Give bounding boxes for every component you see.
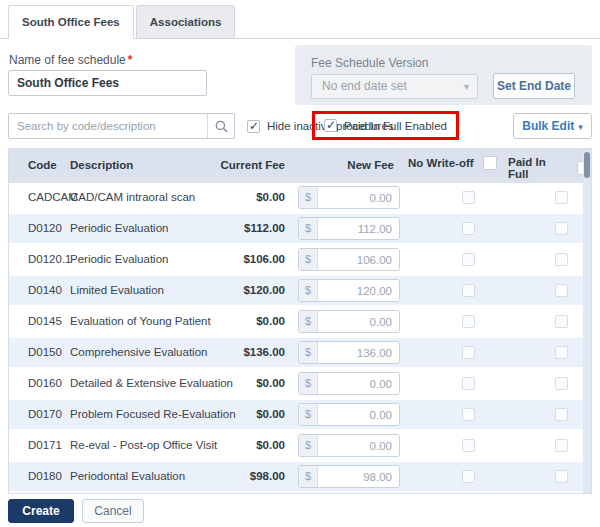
dollar-prefix: $ — [299, 435, 318, 456]
new-fee-input[interactable] — [318, 249, 399, 270]
fee-table: Code Description Current Fee New Fee No … — [8, 148, 592, 494]
new-fee-input[interactable] — [318, 342, 399, 363]
new-fee-input-group: $ — [298, 279, 400, 302]
name-field-label-text: Name of fee schedule — [9, 53, 126, 67]
version-panel-label: Fee Schedule Version — [311, 56, 428, 70]
current-fee-cell: $120.00 — [179, 284, 285, 296]
paid-in-full-header-label: Paid In Full — [508, 156, 568, 180]
new-fee-input[interactable] — [318, 404, 399, 425]
new-fee-input[interactable] — [318, 466, 399, 487]
table-row: D0120.1 Periodic Evaluation $106.00 $ — [9, 245, 591, 274]
table-row: D0180 Periodontal Evaluation $98.00 $ — [9, 462, 591, 491]
dollar-prefix: $ — [299, 280, 318, 301]
no-writeoff-row-checkbox[interactable] — [462, 191, 475, 204]
column-header-description: Description — [70, 159, 133, 171]
new-fee-input[interactable] — [318, 187, 399, 208]
current-fee-cell: $0.00 — [179, 439, 285, 451]
procedure-code-cell: D0140 — [28, 284, 62, 296]
procedure-code-cell: D0120 — [28, 222, 62, 234]
set-end-date-button[interactable]: Set End Date — [493, 73, 575, 99]
new-fee-input[interactable] — [318, 280, 399, 301]
new-fee-input-group: $ — [298, 248, 400, 271]
fee-schedule-name-input[interactable] — [8, 70, 207, 96]
table-row: D0140 Limited Evaluation $120.00 $ — [9, 276, 591, 305]
paid-in-full-row-checkbox[interactable] — [555, 253, 568, 266]
procedure-code-cell: D0170 — [28, 408, 62, 420]
no-writeoff-row-checkbox[interactable] — [462, 346, 475, 359]
table-row: D0170 Problem Focused Re-Evaluation $0.0… — [9, 400, 591, 429]
paid-in-full-enabled-group-highlighted: Paid In Full Enabled — [312, 111, 459, 140]
new-fee-input[interactable] — [318, 373, 399, 394]
dollar-prefix: $ — [299, 373, 318, 394]
search-input[interactable] — [9, 114, 207, 138]
required-asterisk: * — [128, 53, 133, 67]
new-fee-input-group: $ — [298, 465, 400, 488]
no-writeoff-row-checkbox[interactable] — [462, 222, 475, 235]
no-writeoff-row-checkbox[interactable] — [462, 439, 475, 452]
new-fee-input-group: $ — [298, 403, 400, 426]
bulk-edit-button[interactable]: Bulk Edit▾ — [513, 113, 592, 139]
table-row: D0150 Comprehensive Evaluation $136.00 $ — [9, 338, 591, 367]
paid-in-full-row-checkbox[interactable] — [555, 315, 568, 328]
chevron-down-icon: ▾ — [578, 122, 583, 132]
dollar-prefix: $ — [299, 404, 318, 425]
procedure-code-cell: D0150 — [28, 346, 62, 358]
bulk-edit-label: Bulk Edit — [522, 119, 574, 133]
new-fee-input-group: $ — [298, 186, 400, 209]
procedure-code-cell: D0180 — [28, 470, 62, 482]
new-fee-input[interactable] — [318, 311, 399, 332]
procedure-code-cell: D0120.1 — [28, 253, 71, 265]
fee-schedule-version-select[interactable]: No end date set ▾ — [311, 74, 478, 99]
new-fee-input[interactable] — [318, 435, 399, 456]
tab-bar: South Office Fees Associations — [0, 5, 600, 39]
no-writeoff-row-checkbox[interactable] — [462, 470, 475, 483]
procedure-code-cell: D0171 — [28, 439, 62, 451]
create-button[interactable]: Create — [8, 499, 74, 523]
paid-in-full-row-checkbox[interactable] — [555, 377, 568, 390]
no-writeoff-row-checkbox[interactable] — [462, 315, 475, 328]
no-writeoff-select-all-checkbox[interactable] — [483, 156, 497, 170]
no-writeoff-row-checkbox[interactable] — [462, 284, 475, 297]
procedure-code-cell: D0160 — [28, 377, 62, 389]
current-fee-cell: $0.00 — [179, 377, 285, 389]
paid-in-full-row-checkbox[interactable] — [555, 470, 568, 483]
new-fee-input-group: $ — [298, 372, 400, 395]
no-writeoff-row-checkbox[interactable] — [462, 253, 475, 266]
procedure-description-cell: CAD/CAM intraoral scan — [70, 191, 195, 203]
search-icon[interactable] — [207, 114, 234, 138]
table-row: CADCAM CAD/CAM intraoral scan $0.00 $ — [9, 183, 591, 212]
tab-south-office-fees[interactable]: South Office Fees — [8, 5, 134, 39]
current-fee-cell: $136.00 — [179, 346, 285, 358]
procedure-description-cell: Periodic Evaluation — [70, 222, 168, 234]
paid-in-full-row-checkbox[interactable] — [555, 222, 568, 235]
new-fee-input[interactable] — [318, 218, 399, 239]
paid-in-full-row-checkbox[interactable] — [555, 408, 568, 421]
dollar-prefix: $ — [299, 466, 318, 487]
current-fee-cell: $0.00 — [179, 408, 285, 420]
dollar-prefix: $ — [299, 342, 318, 363]
cancel-button[interactable]: Cancel — [82, 499, 144, 523]
column-header-no-writeoff: No Write-off — [408, 156, 497, 170]
hide-inactive-checkbox[interactable] — [247, 120, 260, 133]
vertical-scrollbar-thumb[interactable] — [584, 152, 590, 178]
paid-in-full-row-checkbox[interactable] — [555, 284, 568, 297]
dollar-prefix: $ — [299, 218, 318, 239]
paid-in-full-row-checkbox[interactable] — [555, 191, 568, 204]
procedure-code-cell: D0145 — [28, 315, 62, 327]
paid-in-full-enabled-checkbox[interactable] — [324, 119, 337, 132]
current-fee-cell: $0.00 — [179, 315, 285, 327]
no-writeoff-row-checkbox[interactable] — [462, 377, 475, 390]
no-writeoff-row-checkbox[interactable] — [462, 408, 475, 421]
current-fee-cell: $98.00 — [179, 470, 285, 482]
paid-in-full-row-checkbox[interactable] — [555, 346, 568, 359]
table-row: D0160 Detailed & Extensive Evaluation $0… — [9, 369, 591, 398]
tab-associations[interactable]: Associations — [136, 5, 236, 39]
chevron-down-icon: ▾ — [464, 75, 469, 98]
column-header-code: Code — [28, 159, 57, 171]
column-header-current-fee: Current Fee — [179, 159, 285, 171]
new-fee-input-group: $ — [298, 434, 400, 457]
current-fee-cell: $0.00 — [179, 191, 285, 203]
new-fee-input-group: $ — [298, 217, 400, 240]
vertical-scrollbar-track[interactable] — [583, 150, 591, 493]
paid-in-full-row-checkbox[interactable] — [555, 439, 568, 452]
